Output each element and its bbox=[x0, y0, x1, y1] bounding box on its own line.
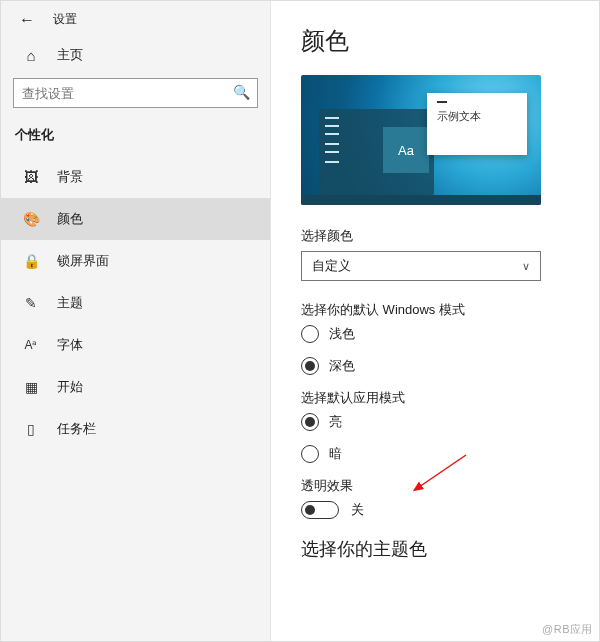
toggle-state-text: 关 bbox=[351, 501, 364, 519]
windows-mode-light[interactable]: 浅色 bbox=[301, 325, 573, 343]
theme-icon: ✎ bbox=[23, 295, 39, 311]
color-preview: Aa 示例文本 bbox=[301, 75, 541, 205]
app-mode-light[interactable]: 亮 bbox=[301, 413, 573, 431]
titlebar: ← 设置 bbox=[1, 7, 270, 38]
search-icon: 🔍 bbox=[233, 84, 250, 100]
preview-tile: Aa bbox=[383, 127, 429, 173]
radio-icon bbox=[301, 445, 319, 463]
sidebar-item-colors[interactable]: 🎨 颜色 bbox=[1, 198, 270, 240]
color-select-value: 自定义 bbox=[312, 257, 351, 275]
lockscreen-icon: 🔒 bbox=[23, 253, 39, 269]
sidebar-item-label: 颜色 bbox=[57, 210, 83, 228]
sidebar-item-label: 字体 bbox=[57, 336, 83, 354]
sidebar-item-label: 背景 bbox=[57, 168, 83, 186]
radio-icon bbox=[301, 325, 319, 343]
app-mode-dark[interactable]: 暗 bbox=[301, 445, 573, 463]
palette-icon: 🎨 bbox=[23, 211, 39, 227]
preview-taskbar bbox=[301, 195, 541, 205]
preview-tile-text: Aa bbox=[398, 143, 414, 158]
font-icon: Aᵃ bbox=[23, 338, 39, 352]
color-select[interactable]: 自定义 ∨ bbox=[301, 251, 541, 281]
sidebar-item-themes[interactable]: ✎ 主题 bbox=[1, 282, 270, 324]
toggle-switch bbox=[301, 501, 339, 519]
home-link[interactable]: ⌂ 主页 bbox=[1, 38, 270, 78]
app-title: 设置 bbox=[53, 11, 77, 28]
main-content: 颜色 Aa 示例文本 选择颜色 自定义 ∨ 选择你的默认 Windows 模式 bbox=[271, 1, 599, 641]
chevron-down-icon: ∨ bbox=[522, 260, 530, 273]
sidebar-item-background[interactable]: 🖼 背景 bbox=[1, 156, 270, 198]
preview-card: 示例文本 bbox=[427, 93, 527, 155]
accent-heading: 选择你的主题色 bbox=[301, 537, 573, 561]
sidebar-item-label: 锁屏界面 bbox=[57, 252, 109, 270]
preview-card-accent bbox=[437, 101, 447, 103]
radio-icon bbox=[301, 357, 319, 375]
sidebar-item-fonts[interactable]: Aᵃ 字体 bbox=[1, 324, 270, 366]
home-label: 主页 bbox=[57, 46, 83, 64]
sidebar-section-title: 个性化 bbox=[1, 122, 270, 156]
preview-card-text: 示例文本 bbox=[437, 110, 481, 122]
sidebar-item-start[interactable]: ▦ 开始 bbox=[1, 366, 270, 408]
picture-icon: 🖼 bbox=[23, 169, 39, 185]
sidebar-item-taskbar[interactable]: ▯ 任务栏 bbox=[1, 408, 270, 450]
taskbar-icon: ▯ bbox=[23, 421, 39, 437]
transparency-label: 透明效果 bbox=[301, 477, 573, 495]
windows-mode-label: 选择你的默认 Windows 模式 bbox=[301, 301, 573, 319]
app-mode-label: 选择默认应用模式 bbox=[301, 389, 573, 407]
back-icon[interactable]: ← bbox=[19, 12, 35, 28]
sidebar-item-label: 开始 bbox=[57, 378, 83, 396]
watermark: @RB应用 bbox=[542, 622, 593, 637]
start-icon: ▦ bbox=[23, 379, 39, 395]
transparency-toggle[interactable]: 关 bbox=[301, 501, 573, 519]
home-icon: ⌂ bbox=[23, 47, 39, 64]
search-input[interactable] bbox=[13, 78, 258, 108]
sidebar: ← 设置 ⌂ 主页 🔍 个性化 🖼 背景 🎨 颜色 🔒 锁屏 bbox=[1, 1, 271, 641]
sidebar-item-label: 任务栏 bbox=[57, 420, 96, 438]
sidebar-item-label: 主题 bbox=[57, 294, 83, 312]
radio-label: 深色 bbox=[329, 357, 355, 375]
radio-label: 浅色 bbox=[329, 325, 355, 343]
sidebar-item-lockscreen[interactable]: 🔒 锁屏界面 bbox=[1, 240, 270, 282]
sidebar-nav: 🖼 背景 🎨 颜色 🔒 锁屏界面 ✎ 主题 Aᵃ 字体 ▦ 开始 bbox=[1, 156, 270, 450]
radio-label: 暗 bbox=[329, 445, 342, 463]
color-select-label: 选择颜色 bbox=[301, 227, 573, 245]
page-title: 颜色 bbox=[301, 25, 573, 57]
radio-label: 亮 bbox=[329, 413, 342, 431]
radio-icon bbox=[301, 413, 319, 431]
search-box[interactable]: 🔍 bbox=[13, 78, 258, 108]
windows-mode-dark[interactable]: 深色 bbox=[301, 357, 573, 375]
